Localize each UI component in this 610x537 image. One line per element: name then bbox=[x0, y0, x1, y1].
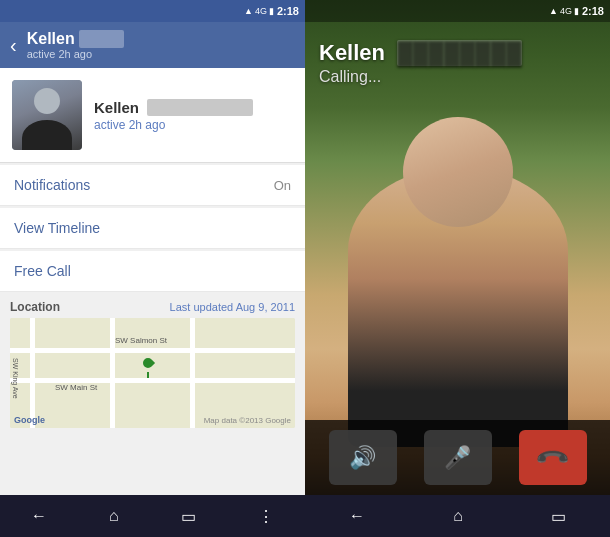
map-road-vert3 bbox=[190, 318, 195, 428]
bottom-nav-left: ← ⌂ ▭ ⋮ bbox=[0, 495, 305, 537]
hangup-icon: 📞 bbox=[534, 439, 571, 476]
location-date: Last updated Aug 9, 2011 bbox=[170, 301, 295, 313]
avatar-image bbox=[12, 80, 82, 150]
recents-nav-btn-right[interactable]: ▭ bbox=[551, 507, 566, 526]
location-label: Location bbox=[10, 300, 60, 314]
call-name-container: Kellen ████████ bbox=[319, 40, 596, 66]
label-king: SW King Ave bbox=[12, 358, 19, 399]
status-bar-right: ▲ 4G ▮ 2:18 bbox=[305, 0, 610, 22]
bottom-nav-right: ← ⌂ ▭ bbox=[305, 495, 610, 537]
call-status: Calling... bbox=[319, 68, 596, 86]
back-nav-btn[interactable]: ← bbox=[31, 507, 47, 525]
call-controls: 🔊 🎤 📞 bbox=[305, 420, 610, 495]
home-nav-btn[interactable]: ⌂ bbox=[109, 507, 119, 525]
4g-icon: 4G bbox=[255, 6, 267, 16]
call-info: Kellen ████████ Calling... bbox=[305, 30, 610, 96]
map-road-main bbox=[10, 378, 295, 383]
battery-icon-right: ▮ bbox=[574, 6, 579, 16]
label-salmon: SW Salmon St bbox=[115, 336, 167, 345]
location-section: Location Last updated Aug 9, 2011 SW Sal… bbox=[0, 292, 305, 432]
menu-item-freecall[interactable]: Free Call bbox=[0, 251, 305, 292]
status-icons-left: ▲ 4G ▮ bbox=[244, 6, 274, 16]
map-road-salmon bbox=[10, 348, 295, 353]
back-button[interactable]: ‹ bbox=[10, 35, 17, 55]
home-nav-btn-right[interactable]: ⌂ bbox=[453, 507, 463, 525]
speaker-icon: 🔊 bbox=[349, 445, 376, 471]
mute-icon: 🎤 bbox=[444, 445, 471, 471]
speaker-button[interactable]: 🔊 bbox=[329, 430, 397, 485]
status-icons-right: ▲ 4G ▮ bbox=[549, 6, 579, 16]
time-right: 2:18 bbox=[582, 5, 604, 17]
mute-button[interactable]: 🎤 bbox=[424, 430, 492, 485]
header-info: Kellen████ active 2h ago bbox=[27, 30, 124, 60]
header-name: Kellen████ bbox=[27, 30, 124, 48]
map-watermark: Map data ©2013 Google bbox=[204, 416, 291, 425]
map-pin bbox=[140, 358, 156, 378]
person-body bbox=[348, 167, 568, 447]
map-container: SW Salmon St SW Main St SW King Ave Map … bbox=[10, 318, 295, 428]
map-road-king bbox=[30, 318, 35, 428]
map-road-vert2 bbox=[110, 318, 115, 428]
status-bar-left: ▲ 4G ▮ 2:18 bbox=[0, 0, 305, 22]
profile-name: Kellen ██████████ bbox=[94, 99, 253, 116]
google-logo: Google bbox=[14, 415, 45, 425]
signal-icon: ▲ bbox=[244, 6, 253, 16]
back-nav-btn-right[interactable]: ← bbox=[349, 507, 365, 525]
person-head bbox=[403, 117, 513, 227]
menu-item-notifications[interactable]: Notifications On bbox=[0, 165, 305, 206]
profile-section: Kellen ██████████ active 2h ago bbox=[0, 68, 305, 163]
avatar bbox=[12, 80, 82, 150]
label-main: SW Main St bbox=[55, 383, 97, 392]
left-panel: ▲ 4G ▮ 2:18 ‹ Kellen████ active 2h ago K… bbox=[0, 0, 305, 537]
call-name-blur: ████████ bbox=[397, 40, 522, 66]
hangup-button[interactable]: 📞 bbox=[519, 430, 587, 485]
header-bar-left: ‹ Kellen████ active 2h ago bbox=[0, 22, 305, 68]
menu-item-timeline[interactable]: View Timeline bbox=[0, 208, 305, 249]
header-status: active 2h ago bbox=[27, 48, 124, 60]
notifications-value: On bbox=[274, 178, 291, 193]
recents-nav-btn[interactable]: ▭ bbox=[181, 507, 196, 526]
menu-nav-btn[interactable]: ⋮ bbox=[258, 507, 274, 526]
right-panel: ▲ 4G ▮ 2:18 Kellen ████████ Calling... 🔊… bbox=[305, 0, 610, 537]
profile-info: Kellen ██████████ active 2h ago bbox=[94, 99, 253, 132]
profile-active: active 2h ago bbox=[94, 118, 253, 132]
call-name: Kellen bbox=[319, 40, 385, 65]
timeline-label: View Timeline bbox=[14, 220, 100, 236]
signal-icon-right: ▲ bbox=[549, 6, 558, 16]
map-background: SW Salmon St SW Main St SW King Ave Map … bbox=[10, 318, 295, 428]
4g-icon-right: 4G bbox=[560, 6, 572, 16]
battery-icon: ▮ bbox=[269, 6, 274, 16]
time-left: 2:18 bbox=[277, 5, 299, 17]
notifications-label: Notifications bbox=[14, 177, 90, 193]
location-header: Location Last updated Aug 9, 2011 bbox=[10, 300, 295, 314]
menu-list: Notifications On View Timeline Free Call bbox=[0, 165, 305, 292]
freecall-label: Free Call bbox=[14, 263, 71, 279]
